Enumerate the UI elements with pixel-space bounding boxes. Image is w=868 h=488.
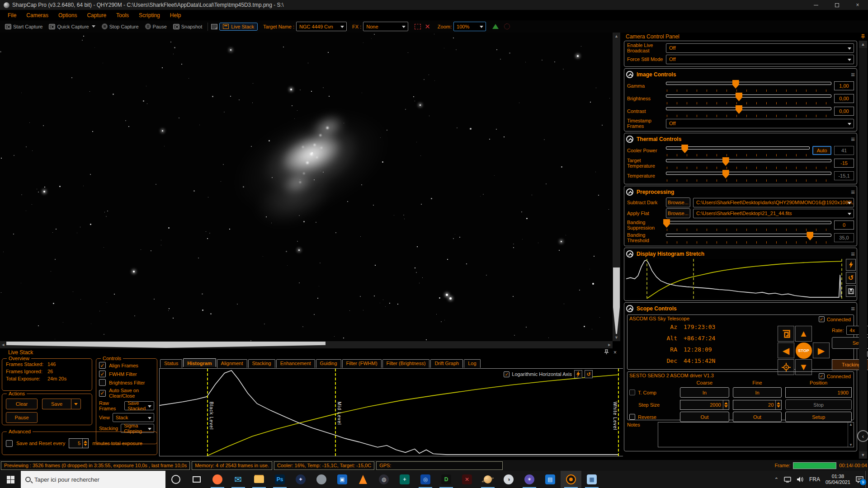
select-view[interactable]: Stack — [113, 413, 154, 422]
taskbar-search-input[interactable]: Taper ici pour rechercher — [21, 471, 165, 488]
scroll-up-icon[interactable]: ▲ — [613, 33, 620, 40]
check-auto-save-on-clear-close[interactable]: ✓Auto Save on Clear/Close — [96, 387, 157, 399]
tab-filter-brightness-[interactable]: Filter (Brightness) — [382, 359, 430, 368]
level-line-white-level[interactable]: White Level — [618, 369, 619, 456]
tray-expand-icon[interactable]: ⌃ — [774, 477, 778, 483]
save-options-dropdown[interactable] — [71, 399, 81, 409]
close-button[interactable]: × — [847, 0, 868, 10]
panel-scrollbar[interactable]: ▲ ▼ — [859, 41, 867, 459]
slider-contrast[interactable] — [666, 105, 831, 117]
dhs-menu-icon[interactable]: ≡ — [851, 252, 855, 256]
slider-thumb-icon[interactable] — [722, 157, 729, 166]
collapse-dhs-icon[interactable] — [626, 250, 633, 258]
slider-track[interactable] — [666, 107, 831, 110]
slider-brightness[interactable] — [666, 93, 831, 104]
pause-button[interactable]: Pause — [6, 412, 38, 423]
slider-track[interactable] — [666, 94, 831, 98]
save-stretch-icon[interactable] — [846, 285, 856, 297]
slider-track[interactable] — [666, 221, 831, 224]
toolbar-snapshot-button[interactable]: Snapshot — [171, 23, 204, 30]
slider-gamma[interactable] — [666, 80, 831, 92]
taskbar-photoshop-icon[interactable]: Ps — [269, 471, 290, 488]
save-reset-checkbox[interactable] — [6, 440, 13, 447]
menu-tools[interactable]: Tools — [111, 11, 134, 20]
collapse-preprocessing-icon[interactable] — [626, 188, 633, 196]
preprocessing-menu-icon[interactable]: ≡ — [851, 190, 855, 194]
scroll-right-icon[interactable]: ► — [606, 341, 613, 348]
check-align-frames[interactable]: ✓Align Frames — [96, 361, 157, 370]
taskbar-obs-icon[interactable]: ◍ — [373, 471, 394, 488]
dhs-level-line[interactable] — [841, 259, 842, 299]
timestamp-frames-select[interactable]: Off — [666, 119, 854, 128]
histogram-reset-icon[interactable]: ↺ — [585, 370, 593, 378]
check-brightness-filter[interactable]: Brightness Filter — [96, 378, 157, 387]
save-button[interactable]: Save — [42, 399, 71, 409]
language-indicator[interactable]: FRA — [809, 476, 820, 483]
coarse-out-button[interactable]: Out — [680, 412, 729, 422]
focuser-connected-checkbox[interactable]: ✓ — [819, 373, 825, 379]
dropdown-arrow-icon[interactable] — [92, 25, 95, 28]
slider-thumb-icon[interactable] — [736, 105, 742, 114]
fine-step-spinner[interactable]: 20 — [733, 400, 782, 410]
panel-scroll-down-icon[interactable]: ▼ — [859, 451, 867, 459]
fine-out-button[interactable]: Out — [733, 412, 782, 422]
slider-track[interactable] — [666, 82, 831, 85]
browse-button[interactable]: Browse... — [666, 197, 690, 207]
collapse-scope-icon[interactable] — [626, 305, 633, 312]
autosave-icon[interactable] — [211, 24, 217, 29]
auto-stretch-icon[interactable] — [846, 259, 856, 271]
slew-left-button[interactable]: ◀ — [778, 343, 794, 358]
taskbar-ascom-camera-icon[interactable]: ◎ — [415, 471, 436, 488]
live-stack-button[interactable]: Live Stack — [219, 23, 258, 31]
target-name-select[interactable]: NGC 4449 Cvn — [296, 22, 347, 31]
tab-drift-graph[interactable]: Drift Graph — [430, 359, 463, 368]
tab-filter-fwhm-[interactable]: Filter (FWHM) — [342, 359, 382, 368]
spiral-search-button[interactable] — [778, 326, 794, 342]
tab-histogram[interactable]: Histogram — [183, 358, 216, 367]
level-line-mid-level[interactable]: Mid Level — [335, 369, 336, 456]
auto-button[interactable]: Auto — [812, 146, 831, 155]
taskbar-task-view-icon[interactable] — [186, 471, 207, 488]
reset-stretch-icon[interactable]: ↺ — [846, 272, 856, 284]
checkbox-icon[interactable]: ✓ — [99, 390, 106, 397]
maximize-button[interactable] — [826, 0, 847, 10]
menu-file[interactable]: File — [3, 11, 21, 20]
menu-cameras[interactable]: Cameras — [21, 11, 53, 20]
taskbar-camera-tool-icon[interactable] — [311, 471, 332, 488]
scroll-down-icon[interactable]: ▼ — [613, 334, 620, 341]
scroll-left-icon[interactable]: ◄ — [0, 341, 6, 348]
slider-thumb-icon[interactable] — [807, 232, 813, 240]
taskbar-mono-utility-icon[interactable]: ◑ — [498, 471, 519, 488]
taskbar-blue-window-app-icon[interactable]: ▣ — [332, 471, 353, 488]
slider-banding-suppression[interactable] — [666, 219, 831, 231]
slider-thumb-icon[interactable] — [681, 145, 688, 153]
thermal-menu-icon[interactable]: ≡ — [851, 137, 855, 141]
clock[interactable]: 01:38 05/04/2021 — [826, 474, 850, 485]
close-dock-icon[interactable]: × — [613, 349, 617, 356]
collapse-thermal-icon[interactable] — [626, 136, 633, 143]
taskbar-deepskystacker-icon[interactable]: D — [436, 471, 457, 488]
checkbox-icon[interactable]: ✓ — [99, 362, 106, 369]
minimize-button[interactable] — [806, 0, 826, 10]
level-line-black-level[interactable]: Black Level — [207, 369, 208, 456]
pin-icon[interactable] — [604, 349, 609, 355]
taskbar-firefox-icon[interactable] — [207, 471, 228, 488]
tab-guiding[interactable]: Guiding — [316, 359, 341, 368]
focuser-setup-button[interactable]: Setup — [785, 412, 852, 422]
display-tray-icon[interactable] — [784, 477, 791, 483]
start-button[interactable] — [0, 471, 21, 488]
image-horizontal-scrollbar[interactable]: ◄ ► — [0, 341, 613, 348]
tab-enhancement[interactable]: Enhancement — [276, 359, 315, 368]
taskbar-cortana-icon[interactable] — [165, 471, 186, 488]
select-force-still-mode[interactable]: Off — [666, 55, 854, 64]
toolbar-quick-capture-button[interactable]: Quick Capture — [47, 23, 97, 30]
notification-center-icon[interactable]: 9 — [856, 476, 863, 483]
slider-track[interactable] — [666, 234, 831, 237]
panel-collapse-button[interactable]: ‹ — [857, 430, 868, 442]
check-fwhm-filter[interactable]: ✓FWHM Filter — [96, 370, 157, 378]
focuser-stop-button[interactable]: Stop — [785, 399, 852, 410]
dhs-level-line[interactable] — [693, 259, 694, 299]
collapse-image-controls-icon[interactable] — [626, 71, 633, 78]
tab-alignment[interactable]: Alignment — [217, 359, 247, 368]
file-path-select[interactable]: C:\Users\SharkFleet\Desktop\21_21_44.fit… — [693, 209, 854, 218]
